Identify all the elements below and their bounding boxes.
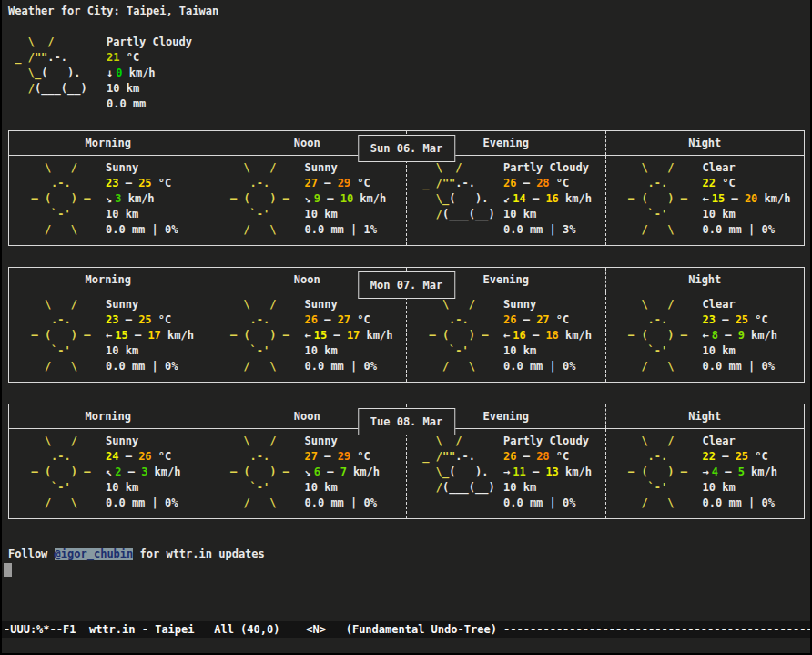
precipitation-value: 0.0 mm | 0% xyxy=(305,359,393,374)
art-segment: ( ). xyxy=(449,192,488,205)
footer-note: Follow @igor_chubin for wttr.in updates xyxy=(8,547,810,562)
temperature-value: 21 °C xyxy=(107,50,192,66)
temp-low: 23 xyxy=(106,177,118,189)
range-separator: – xyxy=(716,450,736,463)
condition-label: Partly Cloudy xyxy=(503,434,592,449)
column-header-morning: Morning xyxy=(9,131,208,155)
forecast-cell: \ / .-. – ( ) – `-' / \ Sunny27 – 29 °C↘… xyxy=(208,429,408,518)
forecast-day-section: Tue 08. MarMorningNoonEveningNight \ / .… xyxy=(8,404,805,519)
temp-unit: °C xyxy=(550,313,570,326)
visibility-value: 10 km xyxy=(503,480,592,496)
temp-high: 26 xyxy=(138,450,151,463)
art-segment: \ / xyxy=(615,161,675,174)
temp-unit: °C xyxy=(716,177,736,189)
date-box: Mon 07. Mar xyxy=(358,271,455,299)
temp-number: 21 xyxy=(107,51,119,64)
range-separator: – xyxy=(526,466,546,478)
art-segment: / xyxy=(416,208,442,220)
art-segment: \ / xyxy=(18,298,77,311)
precipitation-value: 0.0 mm | 0% xyxy=(106,496,181,511)
visibility-value: 10 km xyxy=(503,207,592,222)
date-box: Tue 08. Mar xyxy=(358,408,455,435)
range-separator: – xyxy=(318,450,338,463)
wind-speed: ←15 – 17 km/h xyxy=(106,328,194,343)
wind-high: 5 xyxy=(738,466,745,478)
modeline-dashes: ----------------------------------------… xyxy=(503,623,810,636)
wind-high: 7 xyxy=(340,466,347,478)
empty-line xyxy=(4,563,810,578)
wind-unit: km/h xyxy=(347,466,380,478)
twitter-handle-link[interactable]: @igor_chubin xyxy=(55,548,134,560)
wind-low: 15 xyxy=(115,329,127,342)
art-segment: / \ xyxy=(218,496,277,509)
temp-low: 22 xyxy=(703,177,716,189)
wind-speed: ↘3 km/h xyxy=(106,191,178,207)
temp-low: 27 xyxy=(305,450,318,463)
visibility-value: 10 km xyxy=(305,343,393,359)
forecast-cell: \ / _ /"".-. \_( ). /(___(__) Partly Clo… xyxy=(407,156,606,245)
current-details: Partly Cloudy 21 °C ↓0 km/h 10 km 0.0 mm xyxy=(107,35,192,112)
visibility-value: 10 km xyxy=(305,207,387,222)
current-conditions: \ / _ /"".-. \_( ). /(___(__) Partly Clo… xyxy=(8,35,810,112)
range-separator: – xyxy=(526,192,546,205)
visibility-value: 10 km xyxy=(305,480,381,496)
range-separator: – xyxy=(118,450,138,463)
art-segment: .-. xyxy=(218,177,270,189)
temp-unit: °C xyxy=(748,313,768,326)
temp-high: 28 xyxy=(536,177,549,189)
art-segment: `-' xyxy=(615,208,668,220)
precipitation-value: 0.0 mm xyxy=(107,97,192,112)
art-segment: .-. xyxy=(615,450,668,463)
temp-low: 26 xyxy=(503,450,516,463)
weather-art-partly-cloudy-icon: \ / _ /"".-. \_( ). /(___(__) xyxy=(8,35,107,112)
wind-speed: ←8 – 9 km/h xyxy=(703,328,778,343)
temperature-range: 22 °C xyxy=(703,176,791,191)
temp-unit: °C xyxy=(152,177,172,189)
range-separator: – xyxy=(121,466,141,478)
emacs-modeline: -UUU:%*--F1wttr.in - TaipeiAll (40,0)<N>… xyxy=(2,621,810,638)
condition-label: Clear xyxy=(703,434,778,449)
art-segment: ( ). xyxy=(41,67,80,79)
wind-speed: ←16 – 18 km/h xyxy=(503,328,592,343)
range-separator: – xyxy=(128,329,148,342)
precipitation-value: 0.0 mm | 1% xyxy=(305,222,387,238)
art-segment: .-. xyxy=(615,313,668,326)
wind-unit: km/h xyxy=(360,329,392,342)
art-segment: .-. xyxy=(218,313,270,326)
art-segment: / \ xyxy=(615,360,675,373)
precipitation-value: 0.0 mm | 0% xyxy=(503,496,592,511)
art-segment: \ / xyxy=(416,298,475,311)
forecast-details: Sunny27 – 29 °C↘6 – 7 km/h10 km0.0 mm | … xyxy=(305,434,381,511)
art-segment: `-' xyxy=(18,208,71,220)
forecast-details: Sunny27 – 29 °C↘9 – 10 km/h10 km0.0 mm |… xyxy=(305,160,387,238)
wind-unit: km/h xyxy=(559,192,592,205)
range-separator: – xyxy=(327,329,347,342)
precipitation-value: 0.0 mm | 0% xyxy=(106,359,194,374)
condition-label: Sunny xyxy=(503,297,592,312)
range-separator: – xyxy=(718,329,738,342)
art-segment: \ / xyxy=(218,435,277,447)
temp-unit: °C xyxy=(119,51,139,64)
forecast-cell: \ / .-. – ( ) – `-' / \ Clear22 – 25 °C→… xyxy=(606,429,805,518)
temperature-range: 26 – 27 °C xyxy=(503,312,592,328)
visibility-value: 10 km xyxy=(703,343,778,359)
wind-direction-arrow-icon: → xyxy=(503,466,510,478)
condition-label: Sunny xyxy=(106,297,194,312)
art-segment: \ / xyxy=(18,161,77,174)
range-separator: – xyxy=(725,192,745,205)
weather-art-sunny-icon: \ / .-. – ( ) – `-' / \ xyxy=(208,434,305,511)
wind-direction-arrow-icon: ← xyxy=(106,329,112,342)
art-segment: `-' xyxy=(218,208,270,220)
weather-art-sunny-icon: \ / .-. – ( ) – `-' / \ xyxy=(208,297,305,374)
range-separator: – xyxy=(516,313,536,326)
column-header-morning: Morning xyxy=(9,404,208,428)
weather-art-sunny-icon: \ / .-. – ( ) – `-' / \ xyxy=(407,297,503,374)
forecast-cell: \ / .-. – ( ) – `-' / \ Sunny27 – 29 °C↘… xyxy=(208,156,408,245)
forecast-cell: \ / .-. – ( ) – `-' / \ Sunny26 – 27 °C←… xyxy=(208,292,408,382)
art-segment: / \ xyxy=(416,360,475,373)
art-segment: .-. xyxy=(455,450,475,463)
wind-speed: ↙14 – 16 km/h xyxy=(503,191,592,207)
wind-unit: km/h xyxy=(745,329,777,342)
forecast-details: Clear22 °C←15 – 20 km/h10 km0.0 mm | 0% xyxy=(703,160,791,238)
art-segment: .-. xyxy=(18,313,71,326)
